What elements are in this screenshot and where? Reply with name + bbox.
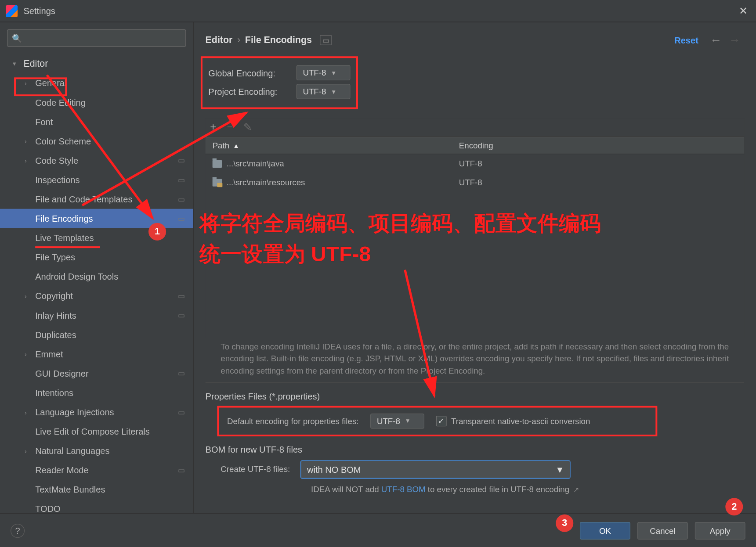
sort-asc-icon: ▲	[233, 142, 239, 149]
sidebar-item-file-and-code-templates[interactable]: File and Code Templates▭	[0, 190, 193, 209]
col-header-path[interactable]: Path ▲	[206, 141, 452, 150]
sidebar-item-gui-designer[interactable]: GUI Designer▭	[0, 363, 193, 383]
bom-select[interactable]: with NO BOM ▼	[300, 461, 571, 479]
sidebar-item-label: File and Code Templates	[35, 194, 132, 204]
remove-icon: −	[227, 121, 233, 133]
sidebar-item-color-scheme[interactable]: ›Color Scheme	[0, 131, 193, 151]
chevron-right-icon: ›	[25, 137, 27, 144]
breadcrumb: Editor › File Encodings ▭	[206, 35, 332, 45]
nav-back-icon[interactable]: ←	[707, 33, 726, 47]
sidebar-item-label: Font	[35, 117, 53, 127]
sidebar-item-todo[interactable]: TODO	[0, 499, 193, 513]
project-scope-icon: ▭	[320, 35, 332, 45]
utf8-bom-link[interactable]: UTF-8 BOM	[381, 484, 426, 493]
global-encoding-select[interactable]: UTF-8 ▼	[297, 65, 350, 80]
sidebar-item-inspections[interactable]: Inspections▭	[0, 170, 193, 189]
settings-tree[interactable]: ▾ Editor ›GeneralCode EditingFont›Color …	[0, 54, 193, 513]
sidebar-item-label: File Encodings	[35, 213, 93, 223]
search-input[interactable]	[7, 29, 186, 47]
reset-button[interactable]: Reset	[674, 35, 698, 45]
cell-path: ...\src\main\java	[227, 159, 284, 168]
sidebar-item-label: Inspections	[35, 175, 80, 185]
sidebar-item-label: Intentions	[35, 388, 73, 398]
chevron-right-icon: ›	[25, 157, 27, 164]
project-scope-icon: ▭	[178, 369, 185, 378]
sidebar-item-label: General	[35, 78, 66, 88]
nav-forward-icon: →	[725, 33, 744, 47]
project-encoding-value: UTF-8	[303, 87, 326, 96]
table-row[interactable]: ...\src\main\resourcesUTF-8	[206, 173, 744, 192]
sidebar-item-reader-mode[interactable]: Reader Mode▭	[0, 461, 193, 480]
project-encoding-select[interactable]: UTF-8 ▼	[297, 84, 350, 99]
cell-path: ...\src\main\resources	[227, 178, 305, 187]
breadcrumb-root[interactable]: Editor	[206, 35, 233, 45]
annotation-badge-3: 3	[556, 515, 573, 532]
app-logo-icon	[6, 5, 18, 17]
project-scope-icon: ▭	[178, 466, 185, 475]
sidebar-item-language-injections[interactable]: ›Language Injections▭	[0, 402, 193, 421]
folder-icon	[213, 179, 222, 186]
sidebar-item-copyright[interactable]: ›Copyright▭	[0, 286, 193, 306]
project-scope-icon: ▭	[178, 311, 185, 320]
annotation-badge-1: 1	[148, 223, 166, 241]
sidebar-item-inlay-hints[interactable]: Inlay Hints▭	[0, 306, 193, 325]
settings-main: Editor › File Encodings ▭ Reset ← → Glob…	[194, 22, 756, 513]
ok-button[interactable]: OK	[580, 522, 630, 539]
project-encoding-label: Project Encoding:	[208, 86, 296, 97]
sidebar-item-code-style[interactable]: ›Code Style▭	[0, 151, 193, 170]
project-scope-icon: ▭	[178, 291, 185, 300]
sidebar-item-general[interactable]: ›General	[0, 73, 193, 93]
transparent-ascii-label: Transparent native-to-ascii conversion	[451, 416, 590, 425]
external-link-icon: ↗	[573, 486, 579, 494]
sidebar-item-android-design-tools[interactable]: Android Design Tools	[0, 267, 193, 286]
sidebar-item-natural-languages[interactable]: ›Natural Languages	[0, 441, 193, 461]
cancel-button[interactable]: Cancel	[637, 522, 688, 539]
titlebar: Settings ✕	[0, 0, 756, 22]
sidebar-item-code-editing[interactable]: Code Editing	[0, 93, 193, 112]
sidebar-item-emmet[interactable]: ›Emmet	[0, 344, 193, 363]
sidebar-item-duplicates[interactable]: Duplicates	[0, 325, 193, 344]
help-icon[interactable]: ?	[11, 523, 25, 537]
sidebar-item-label: Emmet	[35, 349, 63, 359]
apply-button[interactable]: Apply	[695, 522, 745, 539]
props-encoding-select[interactable]: UTF-8 ▼	[370, 414, 424, 429]
props-encoding-label: Default encoding for properties files:	[227, 416, 358, 425]
sidebar-item-font[interactable]: Font	[0, 112, 193, 131]
sidebar-item-label: Natural Languages	[35, 446, 109, 456]
tree-root-label: Editor	[23, 58, 48, 69]
sidebar-item-live-edit-of-compose-literals[interactable]: Live Edit of Compose Literals	[0, 422, 193, 441]
sidebar-item-label: Code Editing	[35, 97, 86, 108]
sidebar-item-textmate-bundles[interactable]: TextMate Bundles	[0, 480, 193, 499]
encoding-table: + − ✎ Path ▲ Encoding ...\src\main\javaU…	[206, 119, 744, 338]
close-icon[interactable]: ✕	[737, 2, 750, 20]
table-toolbar: + − ✎	[206, 119, 744, 137]
sidebar-item-label: Reader Mode	[35, 465, 88, 475]
project-scope-icon: ▭	[178, 156, 185, 165]
sidebar-item-file-types[interactable]: File Types	[0, 248, 193, 267]
chevron-right-icon: ›	[25, 79, 27, 86]
transparent-ascii-checkbox[interactable]: ✓	[436, 416, 446, 426]
help-text: To change encoding IntelliJ IDEA uses fo…	[206, 338, 744, 383]
tree-root-editor[interactable]: ▾ Editor	[0, 54, 193, 73]
bom-note: IDEA will NOT add UTF-8 BOM to every cre…	[311, 484, 744, 493]
sidebar-item-intentions[interactable]: Intentions	[0, 383, 193, 402]
cell-encoding: UTF-8	[452, 159, 744, 168]
sidebar-item-label: Inlay Hints	[35, 310, 76, 320]
sidebar-item-label: Code Style	[35, 155, 78, 166]
bom-value: with NO BOM	[307, 464, 361, 475]
add-icon[interactable]: +	[210, 121, 216, 133]
sidebar-item-file-encodings[interactable]: File Encodings▭	[0, 209, 193, 228]
breadcrumb-leaf: File Encodings	[245, 35, 312, 45]
table-row[interactable]: ...\src\main\javaUTF-8	[206, 154, 744, 173]
global-encoding-value: UTF-8	[303, 68, 326, 77]
sidebar-item-label: Live Edit of Compose Literals	[35, 426, 150, 436]
global-encoding-label: Global Encoding:	[208, 68, 296, 78]
col-header-encoding[interactable]: Encoding	[452, 141, 744, 150]
annotation-badge-2: 2	[725, 498, 743, 515]
window-title: Settings	[23, 6, 736, 16]
project-scope-icon: ▭	[178, 175, 185, 184]
chevron-right-icon: ›	[25, 350, 27, 357]
search-icon: 🔍	[12, 33, 22, 43]
project-scope-icon: ▭	[178, 214, 185, 223]
caret-down-icon: ▼	[405, 418, 411, 425]
